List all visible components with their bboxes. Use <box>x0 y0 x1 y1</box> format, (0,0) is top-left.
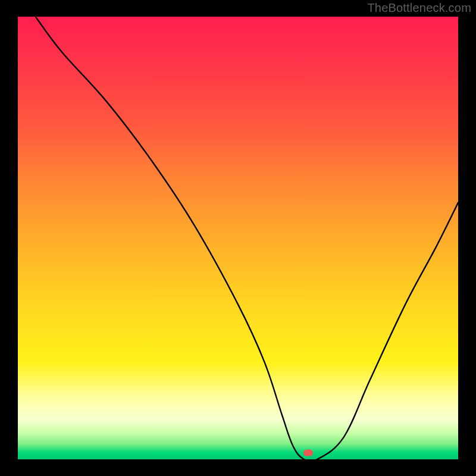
bottleneck-curve <box>18 17 458 459</box>
optimum-marker <box>303 449 313 456</box>
chart-frame: TheBottleneck.com <box>0 0 476 476</box>
watermark-text: TheBottleneck.com <box>367 1 471 15</box>
plot-area <box>18 17 458 459</box>
plot-outer <box>18 17 458 459</box>
